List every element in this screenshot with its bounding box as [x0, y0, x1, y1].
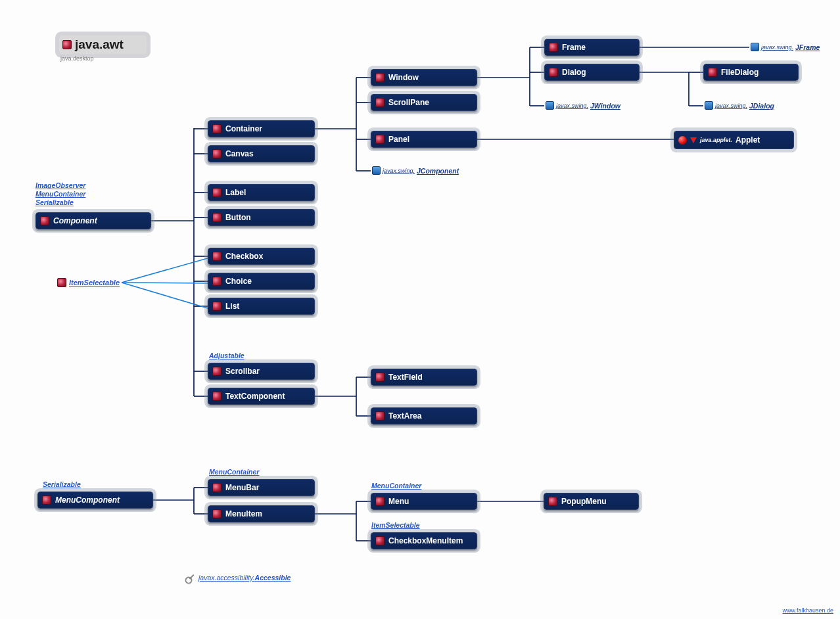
- node-checkboxmenuitem[interactable]: CheckboxMenuItem: [371, 532, 477, 549]
- interface-adjustable[interactable]: Adjustable: [209, 352, 245, 360]
- node-scrollbar[interactable]: Scrollbar: [208, 363, 315, 380]
- class-icon: [708, 68, 717, 77]
- node-container[interactable]: Container: [208, 120, 315, 137]
- svg-line-1: [122, 283, 208, 283]
- node-menuitem[interactable]: MenuItem: [208, 505, 315, 522]
- class-icon: [212, 509, 222, 518]
- interface-itemselectable[interactable]: ItemSelectable: [57, 278, 120, 287]
- class-icon: [212, 392, 222, 401]
- ext-icon: [546, 101, 554, 110]
- class-icon: [375, 73, 385, 82]
- class-icon: [375, 135, 385, 144]
- ext-icon: [705, 101, 713, 110]
- class-icon: [375, 373, 385, 382]
- node-textfield[interactable]: TextField: [371, 369, 477, 386]
- class-icon: [212, 367, 222, 376]
- node-label[interactable]: Label: [208, 184, 315, 201]
- node-textcomponent[interactable]: TextComponent: [208, 388, 315, 405]
- node-window[interactable]: Window: [371, 69, 477, 86]
- node-menu[interactable]: Menu: [371, 493, 477, 510]
- node-popupmenu[interactable]: PopupMenu: [544, 493, 639, 510]
- class-icon: [548, 497, 557, 506]
- node-dialog[interactable]: Dialog: [544, 64, 640, 81]
- class-icon: [375, 98, 385, 107]
- class-icon: [40, 216, 49, 225]
- watermark-link[interactable]: www.falkhausen.de: [782, 607, 833, 614]
- ext-jframe[interactable]: javax.swing.JFrame: [751, 43, 820, 51]
- node-applet-external[interactable]: java.applet.Applet: [674, 131, 794, 149]
- class-icon: [375, 497, 385, 506]
- class-icon: [375, 536, 385, 545]
- node-filedialog[interactable]: FileDialog: [703, 64, 799, 81]
- node-frame[interactable]: Frame: [544, 39, 640, 56]
- module-subtitle: java.desktop: [60, 55, 94, 62]
- class-icon: [212, 188, 222, 197]
- class-icon: [212, 149, 222, 158]
- ext-icon: [372, 166, 381, 175]
- class-icon: [375, 411, 385, 421]
- node-textarea[interactable]: TextArea: [371, 407, 477, 424]
- interfaces-component[interactable]: ImageObserver MenuContainer Serializable: [35, 181, 85, 207]
- interface-menucontainer-1[interactable]: MenuContainer: [209, 468, 259, 476]
- applet-ball-icon: [678, 136, 687, 145]
- ext-icon: [751, 43, 759, 51]
- node-button[interactable]: Button: [208, 209, 315, 226]
- ext-jwindow[interactable]: javax.swing.JWindow: [546, 101, 620, 110]
- class-icon: [549, 68, 558, 77]
- class-icon: [212, 213, 222, 222]
- class-icon: [549, 43, 558, 52]
- class-icon: [212, 252, 222, 261]
- applet-triangle-icon: [690, 137, 697, 143]
- node-list[interactable]: List: [208, 298, 315, 315]
- class-icon: [212, 124, 222, 133]
- key-icon: [182, 572, 195, 585]
- node-canvas[interactable]: Canvas: [208, 145, 315, 162]
- node-choice[interactable]: Choice: [208, 273, 315, 290]
- interface-menucontainer-2[interactable]: MenuContainer: [371, 482, 421, 490]
- interface-icon: [57, 278, 66, 287]
- class-icon: [212, 302, 222, 311]
- class-icon: [212, 277, 222, 286]
- class-icon: [42, 495, 51, 505]
- node-menubar[interactable]: MenuBar: [208, 479, 315, 496]
- ext-jcomponent[interactable]: javax.swing.JComponent: [372, 166, 459, 175]
- node-menucomponent[interactable]: MenuComponent: [37, 492, 153, 509]
- node-scrollpane[interactable]: ScrollPane: [371, 94, 477, 111]
- package-title: java.awt: [59, 35, 147, 54]
- node-component[interactable]: Component: [35, 212, 151, 229]
- svg-line-0: [122, 258, 208, 283]
- package-icon: [62, 40, 72, 49]
- interface-serializable-2[interactable]: Serializable: [43, 480, 81, 489]
- connector-lines: [0, 0, 840, 619]
- interface-itemselectable-2[interactable]: ItemSelectable: [371, 521, 420, 530]
- node-checkbox[interactable]: Checkbox: [208, 248, 315, 265]
- package-name: java.awt: [75, 37, 124, 52]
- svg-line-2: [122, 283, 208, 308]
- class-icon: [212, 483, 222, 492]
- ext-jdialog[interactable]: javax.swing.JDialog: [705, 101, 774, 110]
- interface-accessible[interactable]: javax.accessibility.Accessible: [198, 574, 291, 582]
- node-panel[interactable]: Panel: [371, 131, 477, 148]
